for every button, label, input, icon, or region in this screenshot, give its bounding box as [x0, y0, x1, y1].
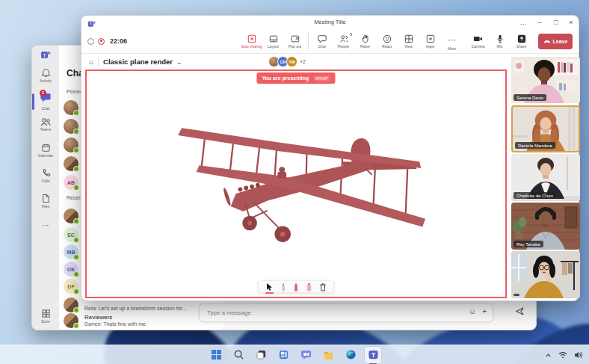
view-grid-icon: [398, 34, 419, 43]
avatar-overflow-count: +2: [300, 59, 306, 64]
teams-people-icon: [32, 117, 59, 126]
toolbar-group: Camera Mic Share Leave: [467, 34, 573, 49]
chat-icon: 1: [40, 93, 51, 102]
stop-presenting-button[interactable]: STOP: [313, 75, 330, 81]
teams-logo-icon: T: [32, 50, 59, 61]
participant-video[interactable]: Serena Davis: [511, 57, 580, 103]
react-smiley-icon: [376, 34, 398, 43]
avatar: TW: [286, 56, 297, 67]
recording-cluster: 22:06: [87, 37, 127, 45]
sidebar-item-label: Activity: [32, 78, 59, 83]
sidebar-item-label: Chat: [32, 106, 59, 111]
chevron-down-icon[interactable]: ⌄: [176, 58, 182, 66]
annotation-toolbar: [258, 280, 334, 293]
cursor-tool[interactable]: [265, 283, 274, 291]
presence-badge: [73, 147, 79, 153]
participant-video[interactable]: [511, 251, 580, 298]
pop-out-icon: [284, 34, 306, 43]
presence-badge: [73, 185, 79, 191]
sidebar-item-activity[interactable]: Activity: [32, 68, 59, 83]
shared-screen-canvas: You are presenting STOP: [85, 70, 507, 298]
teams-app-icon[interactable]: T: [365, 347, 381, 363]
window-maximize-icon[interactable]: □: [550, 17, 562, 28]
taskbar-icons: T: [208, 347, 381, 363]
presentation-title: Classic plane render: [103, 58, 173, 66]
tray-chevron-up-icon[interactable]: [545, 348, 552, 362]
edge-browser-icon[interactable]: [342, 347, 359, 363]
meeting-status-icon: [87, 38, 94, 45]
presence-badge: [73, 289, 79, 294]
mic-button[interactable]: Mic: [489, 34, 511, 49]
start-button[interactable]: [208, 347, 224, 363]
participant-name: Daniela Mandera: [515, 142, 555, 149]
teams-chat-icon[interactable]: [297, 347, 314, 363]
more-button[interactable]: ⋯ More: [441, 32, 463, 51]
widgets-icon[interactable]: [275, 347, 292, 363]
sidebar-item-more[interactable]: ⋯: [32, 218, 59, 231]
pen-tool[interactable]: [293, 283, 299, 291]
apps-plus-icon: [419, 34, 441, 43]
chat-button[interactable]: Chat: [311, 34, 333, 49]
sidebar-item-chat[interactable]: 1 Chat: [32, 92, 59, 111]
presence-badge: [73, 254, 79, 260]
task-view-icon[interactable]: [253, 347, 269, 363]
sidebar-item-label: Calls: [32, 179, 59, 183]
window-close-icon[interactable]: ×: [565, 17, 577, 28]
attach-plus-icon[interactable]: +: [482, 307, 487, 315]
meeting-window: T Meeting Title … – □ × 22:06 Stop shari…: [81, 15, 579, 301]
camera-button[interactable]: Camera: [467, 34, 489, 49]
apps-button[interactable]: Apps: [419, 34, 441, 49]
laser-pointer-tool[interactable]: [280, 283, 286, 291]
presentation-header: ⌂ Classic plane render ⌄ CR TW +2 ⚙: [81, 54, 579, 70]
file-explorer-icon[interactable]: [320, 347, 336, 363]
wifi-icon[interactable]: [558, 348, 567, 362]
trash-tool[interactable]: [319, 283, 327, 291]
home-icon[interactable]: ⌂: [89, 58, 93, 66]
header-divider: [98, 58, 99, 66]
sidebar-item-teams[interactable]: Teams: [32, 117, 59, 132]
more-dots-icon: ⋯: [448, 35, 456, 44]
presence-badge: [73, 307, 79, 313]
share-button[interactable]: Share: [511, 34, 532, 49]
layout-icon: [262, 34, 284, 43]
hang-up-icon: [543, 39, 551, 44]
participant-video-active-speaker[interactable]: Daniela Mandera: [511, 105, 580, 152]
presenting-banner: You are presenting STOP: [256, 73, 335, 84]
layout-button[interactable]: Layout: [262, 34, 284, 49]
viewer-avatars: CR TW +2: [268, 56, 306, 67]
meeting-toolbar: 22:06 Stop sharing Layout Pop out Chat 9: [81, 29, 579, 54]
presence-badge: [73, 166, 79, 172]
sidebar-item-store[interactable]: Store: [32, 309, 59, 324]
file-icon: [32, 194, 59, 203]
raise-hand-button[interactable]: Raise: [354, 34, 376, 49]
presence-badge: [73, 271, 79, 277]
svg-text:T: T: [371, 351, 375, 359]
window-more-icon[interactable]: …: [517, 17, 529, 28]
volume-icon[interactable]: [574, 348, 583, 362]
leave-button[interactable]: Leave: [538, 34, 573, 49]
window-minimize-icon[interactable]: –: [534, 17, 546, 28]
meeting-titlebar: T Meeting Title … – □ ×: [81, 16, 579, 29]
chat-name: Reviewers: [84, 314, 112, 321]
share-screen-icon: [511, 34, 532, 43]
view-button[interactable]: View: [398, 34, 419, 49]
participant-video[interactable]: Ray Tanaka: [511, 203, 580, 250]
react-button[interactable]: React: [376, 34, 398, 49]
sidebar-item-files[interactable]: Files: [32, 194, 59, 209]
send-message-icon[interactable]: [515, 306, 525, 319]
search-icon[interactable]: [230, 347, 247, 363]
participant-video[interactable]: Charlotte de Crum: [511, 154, 580, 201]
chat-list-item[interactable]: Reviewers 5/2 Darren: Thats fine with me: [64, 313, 221, 328]
emoji-icon[interactable]: ☺: [469, 307, 476, 315]
sidebar-item-calendar[interactable]: Calendar: [32, 143, 59, 158]
highlighter-tool[interactable]: [306, 283, 312, 291]
biplane-3d-model[interactable]: [117, 101, 460, 277]
chat-icon: [311, 34, 333, 43]
pop-out-button[interactable]: Pop out: [284, 34, 306, 49]
sidebar-item-calls[interactable]: Calls: [32, 168, 59, 183]
stop-sharing-button[interactable]: Stop sharing: [241, 34, 262, 49]
message-input[interactable]: [207, 304, 454, 321]
chat-preview: Darren: Thats fine with me: [84, 321, 146, 327]
presence-badge: [73, 237, 79, 243]
people-button[interactable]: 9 People: [333, 34, 354, 49]
